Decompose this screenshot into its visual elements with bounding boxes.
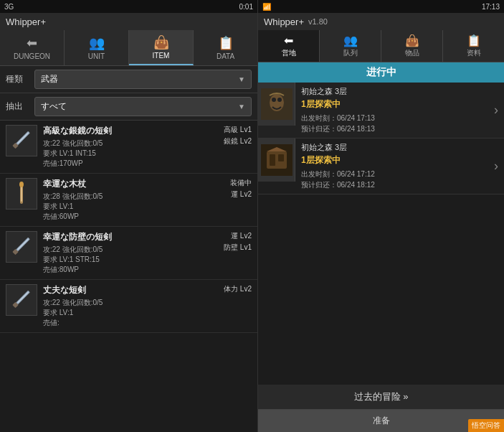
right-tab-camp[interactable]: ⬅ 営地 <box>258 30 320 62</box>
svg-point-14 <box>272 98 276 102</box>
svg-rect-10 <box>17 291 29 304</box>
tab-dungeon[interactable]: ⬅ DUNGEON <box>0 30 65 65</box>
filter-row-extract: 抽出 すべて ▼ <box>0 93 257 121</box>
spacer <box>258 194 504 385</box>
right-panel: 📶 17:13 Whipper+ v1.80 ⬅ 営地 👥 队列 👜 物品 📋 … <box>258 0 504 432</box>
dungeon-status-0: 1层探索中 <box>301 98 482 111</box>
status-bar-left: 3G 0:01 <box>0 0 257 13</box>
filter-row-type: 種類 武器 ▼ <box>0 66 257 93</box>
tab-unit[interactable]: 👥 UNIT <box>65 30 129 65</box>
app-title-right: Whipper+ v1.80 <box>258 13 504 30</box>
filter-type-value: 武器 <box>41 73 58 85</box>
data-book-icon: 📋 <box>467 34 481 47</box>
item-badge-2: 運 Lv2 防壁 Lv1 <box>201 231 252 254</box>
version-label: v1.80 <box>308 17 328 26</box>
svg-point-5 <box>19 182 24 187</box>
right-nav-tabs: ⬅ 営地 👥 队列 👜 物品 📋 资料 <box>258 30 504 62</box>
filter-extract-label: 抽出 <box>6 100 34 113</box>
filter-extract-select[interactable]: すべて ▼ <box>34 97 252 116</box>
item-badge-3: 体力 Lv2 <box>201 284 252 296</box>
dungeon-arrow-1[interactable]: › <box>488 138 504 194</box>
dungeon-entry-0[interactable]: 初始之森 3层 1层探索中 出发时刻：06/24 17:13 预计归还：06/2… <box>258 83 504 138</box>
camp-icon: ⬅ <box>284 34 293 47</box>
svg-rect-18 <box>270 154 275 166</box>
list-item[interactable]: 幸運な木杖 攻:28 強化回数:0/5要求 LV:1売値:60WP 装備中 運 … <box>0 174 257 227</box>
filter-type-select[interactable]: 武器 ▼ <box>34 70 252 89</box>
item-stats-1: 攻:28 強化回数:0/5要求 LV:1売値:60WP <box>43 192 201 222</box>
item-badge-1: 装備中 運 Lv2 <box>201 178 252 201</box>
item-bag-icon: 👜 <box>405 34 419 47</box>
right-tab-squad[interactable]: 👥 队列 <box>320 30 381 62</box>
item-name-2: 幸運な防壁の短剣 <box>43 231 201 243</box>
list-item[interactable]: 幸運な防壁の短剣 攻:22 強化回数:0/5要求 LV:1 STR:15売値:8… <box>0 227 257 280</box>
dropdown-arrow-extract: ▼ <box>238 103 245 111</box>
nav-tabs-left: ⬅ DUNGEON 👥 UNIT 👜 ITEM 📋 DATA <box>0 30 257 66</box>
item-stats-3: 攻:22 強化回数:0/5要求 LV:1売値: <box>43 298 201 328</box>
right-tab-camp-label: 営地 <box>282 48 296 58</box>
dropdown-arrow-type: ▼ <box>238 75 245 83</box>
dungeon-status-1: 1层探索中 <box>301 154 482 166</box>
svg-rect-7 <box>17 238 29 250</box>
tab-item[interactable]: 👜 ITEM <box>129 30 194 65</box>
tab-data[interactable]: 📋 DATA <box>194 30 257 65</box>
list-item[interactable]: 丈夫な短剣 攻:22 強化回数:0/5要求 LV:1売値: 体力 Lv2 <box>0 280 257 333</box>
dungeon-info-0: 初始之森 3层 1层探索中 出发时刻：06/24 17:13 预计归还：06/2… <box>295 83 488 138</box>
app-title-left: Whipper+ <box>0 13 257 30</box>
dungeon-location-0: 初始之森 3层 <box>301 86 482 97</box>
right-panel-wrapper: 📶 17:13 Whipper+ v1.80 ⬅ 営地 👥 队列 👜 物品 📋 … <box>258 0 504 432</box>
item-badge-0: 高級 Lv1 銀鏡 Lv2 <box>201 125 252 148</box>
left-panel: 3G 0:01 Whipper+ ⬅ DUNGEON 👥 UNIT 👜 ITEM… <box>0 0 258 432</box>
svg-rect-19 <box>278 154 284 161</box>
item-stats-2: 攻:22 強化回数:0/5要求 LV:1 STR:15売値:80WP <box>43 245 201 275</box>
right-tab-item-label: 物品 <box>405 48 419 58</box>
section-header: 进行中 <box>258 62 504 83</box>
right-tab-data-label: 资料 <box>467 48 481 58</box>
item-details-0: 高級な銀鏡の短剣 攻:22 強化回数:0/5要求 LV:1 INT:15売値:1… <box>43 125 201 169</box>
tab-dungeon-label: DUNGEON <box>14 52 50 60</box>
past-adventure-button[interactable]: 过去的冒险 » <box>258 385 504 410</box>
signal-right: 📶 <box>262 3 271 11</box>
item-icon: 👜 <box>153 34 169 50</box>
item-stats-0: 攻:22 強化回数:0/5要求 LV:1 INT:15売値:170WP <box>43 138 201 169</box>
right-tab-squad-label: 队列 <box>343 48 358 58</box>
status-bar-right: 📶 17:13 <box>258 0 504 13</box>
watermark: 悟空问答 <box>468 419 504 432</box>
filter-type-label: 種類 <box>6 73 34 85</box>
tab-item-label: ITEM <box>153 52 170 60</box>
squad-icon: 👥 <box>343 34 358 47</box>
item-icon-2 <box>6 231 37 263</box>
dungeon-location-1: 初始之森 3层 <box>301 142 482 153</box>
unit-icon: 👥 <box>89 35 105 51</box>
item-details-2: 幸運な防壁の短剣 攻:22 強化回数:0/5要求 LV:1 STR:15売値:8… <box>43 231 201 275</box>
item-icon-0 <box>6 125 37 156</box>
tab-data-label: DATA <box>217 52 234 60</box>
item-list: 高級な銀鏡の短剣 攻:22 強化回数:0/5要求 LV:1 INT:15売値:1… <box>0 121 257 432</box>
signal-left: 3G <box>4 3 14 11</box>
dungeon-time-1: 出发时刻：06/24 17:12 预计归还：06/24 18:12 <box>301 169 482 190</box>
item-details-3: 丈夫な短剣 攻:22 強化回数:0/5要求 LV:1売値: <box>43 284 201 328</box>
item-icon-3 <box>6 284 37 316</box>
prepare-button[interactable]: 准备 <box>258 410 504 432</box>
svg-rect-1 <box>17 132 29 144</box>
dungeon-arrow-0[interactable]: › <box>488 83 504 138</box>
dungeon-thumb-1 <box>258 138 295 182</box>
dungeon-time-0: 出发时刻：06/24 17:13 预计归还：06/24 18:13 <box>301 113 482 134</box>
dungeon-entry-1[interactable]: 初始之森 3层 1层探索中 出发时刻：06/24 17:12 预计归还：06/2… <box>258 138 504 194</box>
time-left: 0:01 <box>239 3 253 11</box>
item-details-1: 幸運な木杖 攻:28 強化回数:0/5要求 LV:1売値:60WP <box>43 178 201 222</box>
filter-extract-value: すべて <box>41 100 67 113</box>
right-tab-data[interactable]: 📋 资料 <box>443 30 504 62</box>
dungeon-thumb-0 <box>258 83 295 126</box>
time-right: 17:13 <box>482 3 500 11</box>
svg-point-15 <box>277 98 282 102</box>
dungeon-icon: ⬅ <box>27 35 37 51</box>
list-item[interactable]: 高級な銀鏡の短剣 攻:22 強化回数:0/5要求 LV:1 INT:15売値:1… <box>0 121 257 174</box>
dungeon-info-1: 初始之森 3层 1层探索中 出发时刻：06/24 17:12 预计归还：06/2… <box>295 138 488 194</box>
tab-unit-label: UNIT <box>88 52 105 60</box>
item-name-0: 高級な銀鏡の短剣 <box>43 125 201 137</box>
item-name-3: 丈夫な短剣 <box>43 284 201 296</box>
item-name-1: 幸運な木杖 <box>43 178 201 190</box>
data-icon: 📋 <box>218 35 234 51</box>
item-icon-1 <box>6 178 37 210</box>
right-tab-item[interactable]: 👜 物品 <box>381 30 443 62</box>
